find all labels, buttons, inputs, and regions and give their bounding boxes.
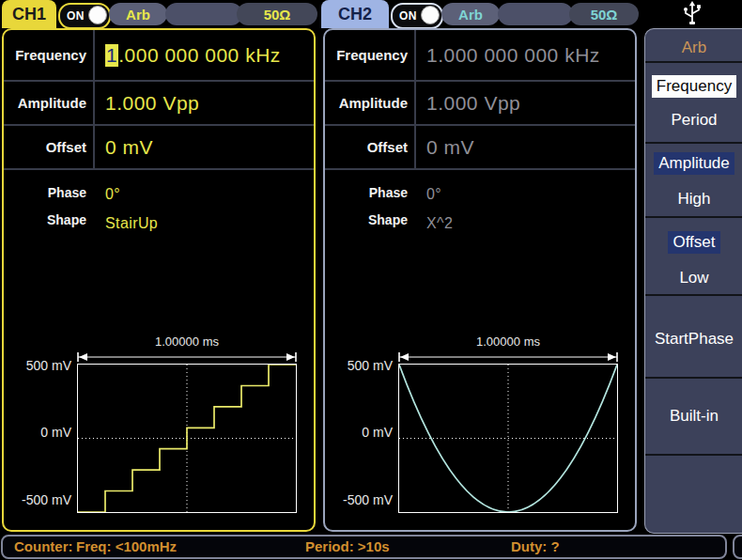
ch1-header-pill [165, 3, 242, 25]
usb-icon [680, 1, 704, 27]
sidebar-title: Arb [645, 39, 742, 57]
ch2-waveform [399, 365, 617, 512]
ch1-span-label: 1.00000 ms [77, 334, 297, 349]
menu-item-frequency[interactable]: Frequency [645, 75, 742, 98]
ch2-offset-label: Offset [325, 126, 416, 168]
menu-item-amplitude[interactable]: Amplitude [645, 152, 742, 175]
ch1-ylabel-bottom: -500 mV [4, 492, 71, 507]
menu-item-low[interactable]: Low [645, 267, 742, 289]
ch2-header-pill [498, 3, 573, 25]
ch1-phase-label: Phase [4, 185, 93, 200]
counter-freq: Freq: <100mHz [76, 538, 177, 554]
menu-item-startphase[interactable]: StartPhase [645, 328, 742, 350]
ch1-impedance-badge: 50Ω [237, 3, 317, 25]
ch2-amplitude-label: Amplitude [325, 82, 416, 124]
ch1-toggle-label: ON [67, 9, 85, 23]
ch2-panel: Frequency 1.000 000 000 kHz Amplitude 1.… [323, 28, 637, 532]
ch2-impedance-badge: 50Ω [569, 3, 639, 25]
counter-period: Period: >10s [305, 538, 390, 554]
counter-label: Counter: [14, 538, 73, 554]
ch2-span-label: 1.00000 ms [398, 334, 618, 349]
ch2-shape-label: Shape [325, 212, 414, 227]
ch2-amplitude-row[interactable]: Amplitude 1.000 Vpp [325, 82, 635, 126]
ch1-waveform [78, 365, 296, 512]
menu-item-offset[interactable]: Offset [645, 231, 742, 254]
ch1-frequency-row[interactable]: Frequency 1.000 000 000 kHz [4, 30, 314, 82]
ch2-ylabel-bottom: -500 mV [325, 492, 393, 507]
ch2-shape-value[interactable]: X^2 [426, 215, 453, 232]
ch2-ylabel-zero: 0 mV [325, 425, 393, 440]
divider [645, 142, 742, 144]
ch2-waveform-display [398, 364, 618, 513]
ch1-amplitude-row[interactable]: Amplitude 1.000 Vpp [4, 82, 314, 126]
ch1-amplitude-value[interactable]: 1.000 Vpp [105, 82, 199, 124]
menu-item-label: Low [674, 267, 713, 289]
edit-cursor: 1 [105, 44, 118, 67]
ch2-frequency-row[interactable]: Frequency 1.000 000 000 kHz [325, 30, 635, 82]
ch1-ylabel-top: 500 mV [4, 358, 71, 373]
ch1-ylabel-zero: 0 mV [4, 425, 71, 440]
menu-item-label: Period [666, 109, 721, 132]
ch1-span-arrow [77, 351, 297, 363]
divider [645, 61, 742, 63]
menu-item-label: High [673, 188, 716, 210]
counter-status-bar: Counter: Freq: <100mHz Period: >10s Duty… [1, 535, 727, 559]
ch1-amplitude-label: Amplitude [4, 82, 95, 124]
ch2-ylabel-top: 500 mV [325, 358, 393, 373]
ch2-amplitude-value[interactable]: 1.000 Vpp [426, 82, 520, 124]
divider [645, 216, 742, 218]
divider [645, 294, 742, 296]
ch1-phase-value[interactable]: 0° [105, 186, 120, 203]
ch2-offset-row[interactable]: Offset 0 mV [325, 126, 635, 170]
tab-ch1[interactable]: CH1 [2, 0, 56, 28]
tab-ch2[interactable]: CH2 [321, 0, 389, 28]
ch1-panel: Frequency 1.000 000 000 kHz Amplitude 1.… [2, 28, 316, 532]
ch1-offset-value[interactable]: 0 mV [105, 126, 153, 168]
menu-item-label: Offset [668, 231, 719, 254]
menu-item-builtin[interactable]: Built-in [645, 405, 742, 428]
ch2-phase-value[interactable]: 0° [426, 186, 441, 203]
counter-duty: Duty: ? [511, 538, 560, 554]
ch1-frequency-value[interactable]: 1.000 000 000 kHz [105, 30, 281, 80]
footer-right-stub [733, 535, 742, 559]
sidebar-menu: Arb Frequency Period Amplitude High Offs… [644, 28, 742, 534]
toggle-knob [421, 6, 440, 24]
menu-item-label: Built-in [665, 405, 723, 428]
ch2-frequency-label: Frequency [325, 30, 416, 80]
ch1-frequency-rest: .000 000 000 kHz [118, 44, 281, 67]
ch1-shape-value[interactable]: StairUp [105, 215, 158, 232]
ch1-offset-label: Offset [4, 126, 95, 168]
ch2-span-arrow [398, 351, 618, 363]
ch2-offset-value[interactable]: 0 mV [426, 126, 474, 168]
menu-item-period[interactable]: Period [645, 109, 742, 132]
ch1-shape-label: Shape [4, 212, 93, 227]
ch1-frequency-label: Frequency [4, 30, 95, 80]
divider [645, 454, 742, 456]
ch1-offset-row[interactable]: Offset 0 mV [4, 126, 314, 170]
toggle-knob [88, 6, 107, 24]
ch2-phase-label: Phase [325, 185, 414, 200]
menu-item-label: Amplitude [654, 152, 734, 175]
ch2-mode-badge: Arb [441, 3, 500, 25]
divider [645, 377, 742, 379]
ch1-mode-badge: Arb [109, 3, 167, 25]
ch2-toggle-label: ON [399, 9, 417, 23]
ch1-waveform-display [77, 364, 297, 513]
menu-item-label: StartPhase [650, 328, 738, 350]
ch2-on-toggle[interactable]: ON [391, 3, 443, 29]
menu-item-label: Frequency [652, 75, 736, 98]
ch2-frequency-value[interactable]: 1.000 000 000 kHz [426, 30, 600, 80]
ch1-on-toggle[interactable]: ON [58, 3, 111, 29]
menu-item-high[interactable]: High [645, 188, 742, 210]
